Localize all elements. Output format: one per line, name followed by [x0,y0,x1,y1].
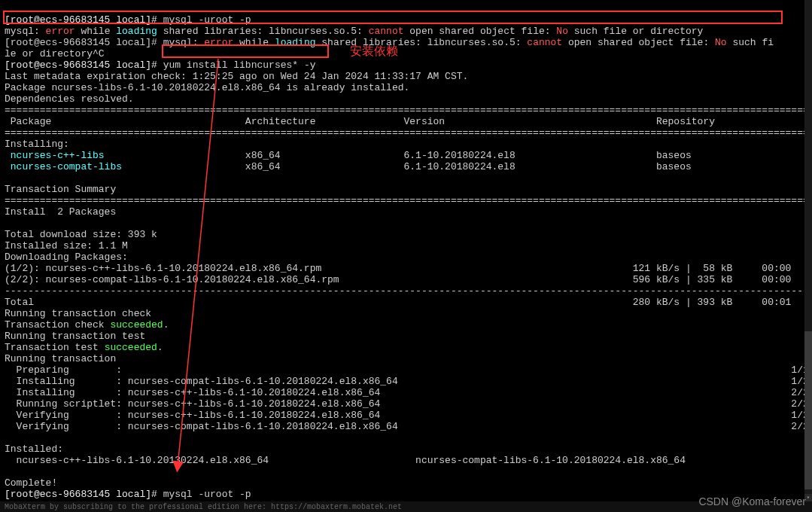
tx-summary: Transaction Summary [5,184,116,195]
table-header: Package Architecture Version Repository … [5,116,812,127]
separator: ========================================… [5,105,812,116]
error-word: error [46,26,75,37]
prompt: [root@ecs-96683145 local]# [5,14,157,26]
meta-line: Last metadata expiration check: 1:25:25 … [5,71,468,82]
succeeded: succeeded [110,319,163,331]
progress-line: Preparing : 1/1 [5,364,809,376]
download-line: (2/2): ncurses-compat-libs-6.1-10.201802… [5,274,791,285]
err-text: mysql: [5,26,46,37]
terminal-output[interactable]: [root@ecs-96683145 local]# mysql -uroot … [0,0,812,512]
download-line: (1/2): ncurses-c++-libs-6.1-10.20180224.… [5,263,791,274]
watermark: CSDN @Koma-forever [698,496,806,507]
cmd-text: mysql -uroot -p [163,14,251,26]
scrollbar-thumb[interactable] [804,331,812,489]
pkg-name: ncurses-compat-libs [5,161,122,172]
cmd-mysql: mysql -uroot -p [163,489,251,500]
status-bar: MobaXterm by subscribing to the professi… [0,501,812,512]
total-line: Total 280 kB/s | 393 kB 00:01 [5,297,791,308]
installed-header: Installed: [5,443,63,455]
complete: Complete! [5,477,57,489]
installing-header: Installing: [5,139,69,150]
pkg-name: ncurses-c++-libs [5,150,105,161]
cmd-yum: yum install libncurses* -y [163,59,316,71]
loading-word: loading [116,26,157,37]
